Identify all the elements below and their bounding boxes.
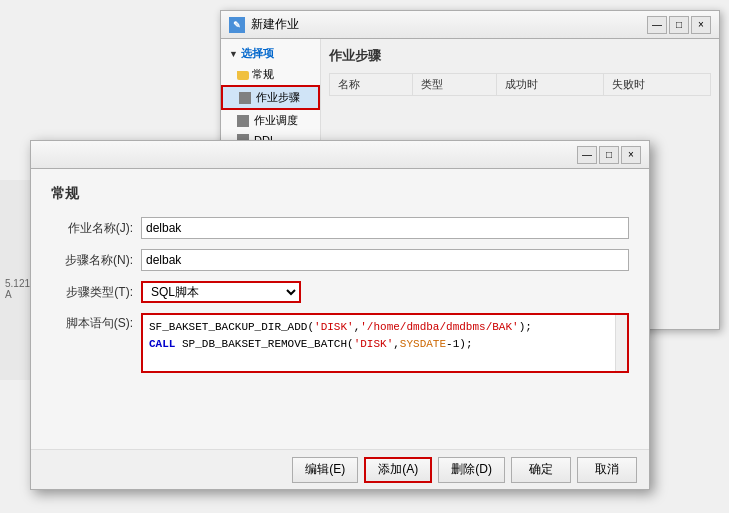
steps-icon xyxy=(239,92,251,104)
schedule-icon xyxy=(237,115,249,127)
maximize-icon: □ xyxy=(606,149,612,160)
job-close-btn[interactable]: × xyxy=(691,16,711,34)
cancel-button[interactable]: 取消 xyxy=(577,457,637,483)
main-dialog-footer: 编辑(E) 添加(A) 删除(D) 确定 取消 xyxy=(31,449,649,489)
section-title: 常规 xyxy=(51,185,629,203)
main-minimize-btn[interactable]: — xyxy=(577,146,597,164)
script-label: 脚本语句(S): xyxy=(51,313,141,332)
step-type-label: 步骤类型(T): xyxy=(51,284,141,301)
step-type-row: 步骤类型(T): SQL脚本 xyxy=(51,281,629,303)
job-name-row: 作业名称(J): xyxy=(51,217,629,239)
job-window-title: 新建作业 xyxy=(251,16,299,33)
job-window-controls[interactable]: — □ × xyxy=(647,16,711,34)
add-button[interactable]: 添加(A) xyxy=(364,457,432,483)
job-window-icon: ✎ xyxy=(229,17,245,33)
job-window-titlebar: ✎ 新建作业 — □ × xyxy=(221,11,719,39)
col-fail: 失败时 xyxy=(603,74,710,96)
sidebar-item-schedule[interactable]: 作业调度 xyxy=(221,110,320,131)
step-name-input[interactable] xyxy=(141,249,629,271)
delete-button[interactable]: 删除(D) xyxy=(438,457,505,483)
col-success: 成功时 xyxy=(496,74,603,96)
sidebar-item-general-label: 常规 xyxy=(252,67,274,82)
sidebar-section-header: ▼ 选择项 xyxy=(221,43,320,64)
job-name-label: 作业名称(J): xyxy=(51,220,141,237)
minimize-icon: — xyxy=(582,149,592,160)
close-icon: × xyxy=(628,149,634,160)
job-content-title: 作业步骤 xyxy=(329,47,711,65)
job-minimize-btn[interactable]: — xyxy=(647,16,667,34)
main-dialog-body: 常规 作业名称(J): 步骤名称(N): 步骤类型(T): SQL脚本 脚本语句… xyxy=(31,169,649,399)
main-maximize-btn[interactable]: □ xyxy=(599,146,619,164)
job-maximize-btn[interactable]: □ xyxy=(669,16,689,34)
code-content: SF_BAKSET_BACKUP_DIR_ADD('DISK','/home/d… xyxy=(143,315,627,356)
job-table-header-row: 名称 类型 成功时 失败时 xyxy=(330,74,711,96)
script-container[interactable]: SF_BAKSET_BACKUP_DIR_ADD('DISK','/home/d… xyxy=(141,313,629,373)
folder-icon xyxy=(237,71,249,80)
sidebar-item-steps-label: 作业步骤 xyxy=(256,90,300,105)
job-steps-table: 名称 类型 成功时 失败时 xyxy=(329,73,711,96)
step-name-label: 步骤名称(N): xyxy=(51,252,141,269)
step-type-wrapper: SQL脚本 xyxy=(141,281,301,303)
job-window-title-left: ✎ 新建作业 xyxy=(229,16,299,33)
main-dialog-titlebar: — □ × xyxy=(31,141,649,169)
code-scrollbar[interactable] xyxy=(615,315,627,371)
step-name-row: 步骤名称(N): xyxy=(51,249,629,271)
sidebar-item-general[interactable]: 常规 xyxy=(221,64,320,85)
step-type-select[interactable]: SQL脚本 xyxy=(141,281,301,303)
col-type: 类型 xyxy=(413,74,496,96)
main-dialog: — □ × 常规 作业名称(J): 步骤名称(N): 步骤类型(T): xyxy=(30,140,650,490)
sidebar-item-steps[interactable]: 作业步骤 xyxy=(221,85,320,110)
edit-button[interactable]: 编辑(E) xyxy=(292,457,358,483)
confirm-button[interactable]: 确定 xyxy=(511,457,571,483)
script-row: 脚本语句(S): SF_BAKSET_BACKUP_DIR_ADD('DISK'… xyxy=(51,313,629,373)
sidebar-item-schedule-label: 作业调度 xyxy=(254,113,298,128)
main-dialog-controls[interactable]: — □ × xyxy=(577,146,641,164)
job-name-input[interactable] xyxy=(141,217,629,239)
main-close-btn[interactable]: × xyxy=(621,146,641,164)
col-name: 名称 xyxy=(330,74,413,96)
